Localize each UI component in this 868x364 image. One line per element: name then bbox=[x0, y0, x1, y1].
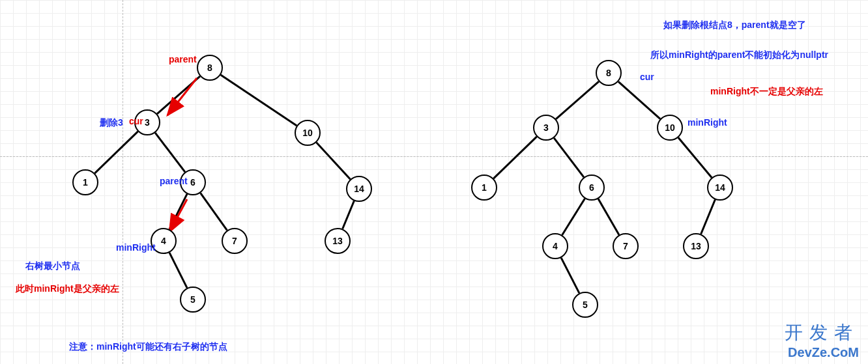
svg-line-15 bbox=[562, 199, 585, 235]
parent-label-mid: parent bbox=[160, 176, 188, 186]
watermark-cn: 开发者 bbox=[785, 320, 859, 345]
svg-line-1 bbox=[157, 76, 200, 114]
parent-label-top: parent bbox=[169, 54, 197, 64]
tree-node: 5 bbox=[180, 287, 206, 313]
tree-node: 3 bbox=[533, 115, 559, 141]
tree-node: 8 bbox=[596, 60, 622, 86]
tree-node: 13 bbox=[683, 233, 709, 259]
right-minimum-label: 右树最小节点 bbox=[25, 260, 80, 272]
tree-node: 14 bbox=[707, 175, 733, 201]
svg-line-6 bbox=[169, 194, 187, 229]
tree-node: 8 bbox=[197, 55, 223, 81]
vertical-axis bbox=[123, 0, 123, 364]
svg-line-12 bbox=[493, 137, 536, 178]
svg-line-7 bbox=[201, 193, 227, 230]
statement-left: 此时minRight是父亲的左 bbox=[16, 283, 119, 295]
minright-label-right: minRight bbox=[687, 117, 727, 128]
tree-node: 4 bbox=[542, 233, 568, 259]
tree-node: 13 bbox=[325, 228, 351, 254]
tree-node: 10 bbox=[657, 115, 683, 141]
svg-line-19 bbox=[167, 78, 197, 115]
minright-label: minRight bbox=[116, 242, 156, 253]
svg-line-3 bbox=[94, 132, 137, 173]
tree-node: 6 bbox=[579, 175, 605, 201]
watermark: 开发者 DevZe.CoM bbox=[785, 320, 859, 360]
tree-node: 7 bbox=[222, 228, 248, 254]
tree-node: 14 bbox=[346, 176, 372, 202]
svg-line-4 bbox=[155, 133, 185, 172]
note-left: 注意：minRight可能还有右子树的节点 bbox=[69, 341, 227, 353]
watermark-en: DevZe.CoM bbox=[785, 345, 859, 360]
cur-label: cur bbox=[129, 116, 143, 126]
svg-line-18 bbox=[561, 258, 579, 293]
tree-node: 1 bbox=[72, 169, 98, 195]
tree-node: 5 bbox=[572, 292, 598, 318]
svg-line-8 bbox=[343, 201, 354, 229]
tree-node: 7 bbox=[613, 233, 639, 259]
svg-line-14 bbox=[678, 137, 712, 177]
cur-label-right: cur bbox=[640, 72, 654, 82]
svg-line-11 bbox=[618, 81, 660, 119]
svg-line-13 bbox=[554, 138, 584, 177]
svg-line-2 bbox=[221, 75, 297, 126]
svg-line-17 bbox=[701, 199, 716, 234]
svg-line-5 bbox=[317, 143, 351, 180]
top-note-1: 如果删除根结点8，parent就是空了 bbox=[663, 20, 806, 31]
tree-node: 10 bbox=[295, 120, 321, 146]
statement-right: minRight不一定是父亲的左 bbox=[710, 86, 823, 98]
svg-line-16 bbox=[598, 199, 619, 234]
svg-line-9 bbox=[169, 253, 187, 288]
delete3-label: 删除3 bbox=[100, 117, 123, 129]
svg-line-20 bbox=[169, 199, 187, 232]
horizontal-axis bbox=[0, 156, 868, 157]
svg-line-10 bbox=[556, 81, 599, 119]
tree-node: 1 bbox=[471, 175, 497, 201]
top-note-2: 所以minRight的parent不能初始化为nullptr bbox=[650, 49, 828, 61]
